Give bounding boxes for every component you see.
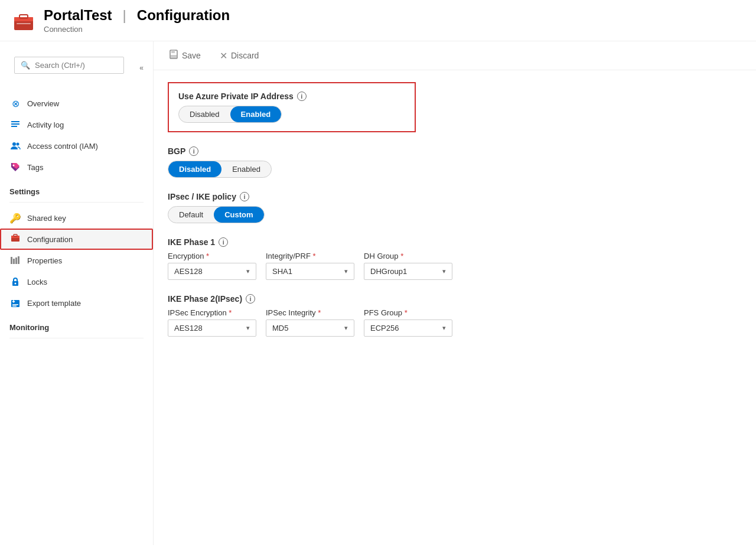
activity-log-icon (9, 119, 21, 131)
encryption-field: Encryption * AES128 ▾ (168, 252, 256, 280)
resource-name: PortalTest (44, 7, 112, 24)
bgp-label: BGP i (168, 146, 742, 156)
ipsec-ike-custom-btn[interactable]: Custom (214, 207, 263, 223)
collapse-button[interactable]: « (137, 61, 146, 74)
ike-phase1-dropdown-group: Encryption * AES128 ▾ Integrity/PRF * (168, 252, 742, 280)
content-area: Save ✕ Discard Use Azure Private IP Addr… (154, 41, 756, 545)
sidebar-item-configuration[interactable]: Configuration (0, 229, 153, 250)
svg-rect-18 (18, 256, 19, 264)
discard-icon: ✕ (220, 50, 227, 61)
pfs-group-select[interactable]: ECP256 ▾ (364, 319, 452, 337)
save-label: Save (182, 51, 201, 60)
bgp-section: BGP i Disabled Enabled (168, 146, 742, 178)
app-header: PortalTest | Configuration Connection (0, 0, 756, 41)
svg-rect-23 (12, 306, 17, 307)
shared-key-icon: 🔑 (9, 212, 21, 224)
encryption-select[interactable]: AES128 ▾ (168, 263, 256, 280)
integrity-prf-label: Integrity/PRF * (266, 252, 354, 260)
sidebar-item-label: Locks (27, 278, 47, 286)
ike-phase2-label: IKE Phase 2(IPsec) i (168, 294, 742, 304)
sidebar-item-access-control[interactable]: Access control (IAM) (0, 135, 153, 157)
dh-group-label: DH Group * (364, 252, 452, 260)
search-icon: 🔍 (21, 61, 30, 70)
save-button[interactable]: Save (165, 47, 204, 64)
svg-point-8 (17, 143, 19, 146)
settings-section-label: Settings (0, 178, 153, 200)
sidebar-item-label: Shared key (27, 214, 66, 223)
private-ip-info-icon[interactable]: i (297, 92, 307, 101)
properties-icon (9, 255, 21, 266)
ipsec-integrity-select[interactable]: MD5 ▾ (266, 319, 354, 337)
ike-phase2-section: IKE Phase 2(IPsec) i IPSec Encryption * … (168, 294, 742, 337)
monitoring-section-label: Monitoring (0, 314, 153, 335)
dh-group-select[interactable]: DHGroup1 ▾ (364, 263, 452, 280)
sidebar-item-label: Access control (IAM) (27, 142, 98, 151)
sidebar-item-export-template[interactable]: Export template (0, 292, 153, 314)
sidebar-divider (9, 202, 144, 203)
sidebar-item-label: Tags (27, 163, 43, 172)
svg-point-11 (13, 165, 15, 167)
ipsec-encryption-select[interactable]: AES128 ▾ (168, 319, 256, 337)
toolbar: Save ✕ Discard (154, 41, 756, 70)
ipsec-ike-label: IPsec / IKE policy i (168, 192, 742, 201)
private-ip-disabled-btn[interactable]: Disabled (179, 106, 230, 122)
sidebar-item-properties[interactable]: Properties (0, 250, 153, 271)
pfs-group-label: PFS Group * (364, 308, 452, 317)
discard-button[interactable]: ✕ Discard (216, 48, 262, 64)
chevron-down-icon: ▾ (246, 324, 250, 332)
locks-icon (9, 276, 21, 288)
ipsec-encryption-field: IPSec Encryption * AES128 ▾ (168, 308, 256, 337)
ipsec-encryption-label: IPSec Encryption * (168, 308, 256, 317)
configuration-icon (9, 233, 21, 245)
sidebar-item-label: Configuration (27, 235, 73, 244)
svg-rect-2 (19, 15, 28, 18)
ipsec-integrity-label: IPSec Integrity * (266, 308, 354, 317)
svg-rect-14 (14, 234, 17, 236)
ipsec-ike-default-btn[interactable]: Default (168, 207, 214, 223)
sidebar-divider-monitoring (9, 338, 144, 338)
integrity-prf-select[interactable]: SHA1 ▾ (266, 263, 354, 280)
svg-rect-26 (171, 55, 177, 58)
ipsec-ike-toggle-group: Default Custom (168, 206, 265, 223)
svg-point-20 (15, 283, 17, 285)
export-template-icon (9, 297, 21, 309)
chevron-down-icon: ▾ (246, 268, 250, 275)
resource-icon (12, 9, 35, 32)
ike-phase2-dropdown-group: IPSec Encryption * AES128 ▾ IPSec Integr… (168, 308, 742, 337)
integrity-prf-field: Integrity/PRF * SHA1 ▾ (266, 252, 354, 280)
ike-phase1-info-icon[interactable]: i (219, 237, 228, 247)
header-separator: | (123, 7, 126, 24)
svg-rect-22 (12, 304, 18, 305)
main-layout: 🔍 « ⊗ Overview Activity log Access contr… (0, 41, 756, 545)
ike-phase2-info-icon[interactable]: i (246, 294, 255, 304)
encryption-label: Encryption * (168, 252, 256, 260)
bgp-toggle-group: Disabled Enabled (168, 161, 272, 178)
svg-rect-17 (15, 257, 17, 264)
resource-type: Connection (44, 25, 230, 34)
sidebar-item-overview[interactable]: ⊗ Overview (0, 93, 153, 114)
discard-label: Discard (231, 51, 259, 60)
chevron-down-icon: ▾ (442, 324, 446, 332)
pfs-group-field: PFS Group * ECP256 ▾ (364, 308, 452, 337)
private-ip-section: Use Azure Private IP Address i Disabled … (168, 82, 416, 132)
bgp-enabled-btn[interactable]: Enabled (221, 161, 271, 177)
sidebar-item-label: Properties (27, 256, 62, 265)
sidebar-item-shared-key[interactable]: 🔑 Shared key (0, 207, 153, 229)
search-box[interactable]: 🔍 (14, 57, 124, 74)
form-area: Use Azure Private IP Address i Disabled … (154, 70, 756, 363)
bgp-disabled-btn[interactable]: Disabled (168, 161, 221, 177)
svg-rect-6 (11, 126, 17, 127)
sidebar-item-label: Overview (27, 99, 59, 108)
svg-rect-16 (13, 259, 15, 264)
search-input[interactable] (35, 61, 118, 70)
private-ip-enabled-btn[interactable]: Enabled (230, 106, 282, 122)
sidebar-item-locks[interactable]: Locks (0, 271, 153, 292)
sidebar-item-activity-log[interactable]: Activity log (0, 114, 153, 135)
private-ip-toggle-group: Disabled Enabled (178, 106, 282, 123)
ipsec-ike-info-icon[interactable]: i (240, 192, 249, 201)
dh-group-field: DH Group * DHGroup1 ▾ (364, 252, 452, 280)
sidebar-item-tags[interactable]: Tags (0, 157, 153, 178)
bgp-info-icon[interactable]: i (189, 146, 198, 156)
ipsec-integrity-field: IPSec Integrity * MD5 ▾ (266, 308, 354, 337)
chevron-down-icon: ▾ (344, 268, 348, 275)
